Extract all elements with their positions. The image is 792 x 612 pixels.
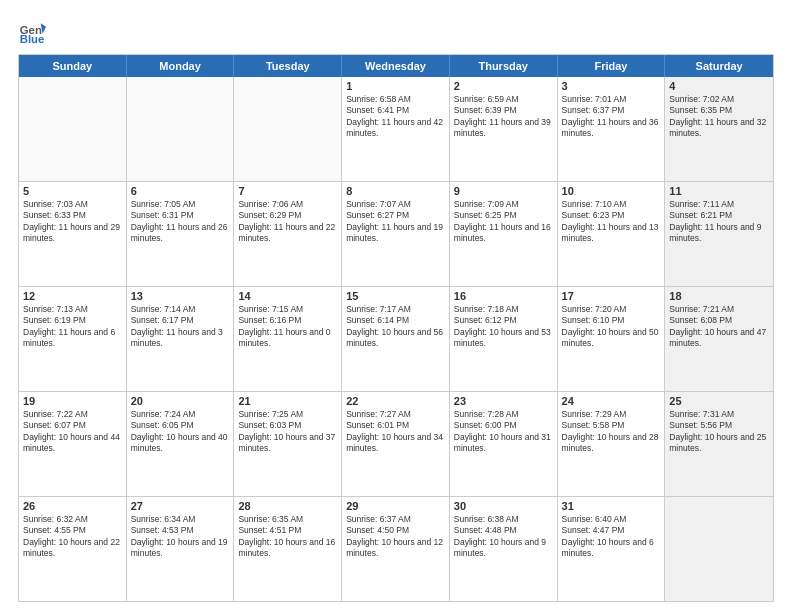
day-info: Sunrise: 6:59 AMSunset: 6:39 PMDaylight:… — [454, 94, 553, 140]
day-number: 21 — [238, 395, 337, 407]
day-cell: 9Sunrise: 7:09 AMSunset: 6:25 PMDaylight… — [450, 182, 558, 286]
day-header-tuesday: Tuesday — [234, 55, 342, 77]
day-headers: SundayMondayTuesdayWednesdayThursdayFrid… — [19, 55, 773, 77]
logo-icon: Gen Blue — [18, 18, 46, 46]
day-number: 17 — [562, 290, 661, 302]
day-cell: 5Sunrise: 7:03 AMSunset: 6:33 PMDaylight… — [19, 182, 127, 286]
day-number: 5 — [23, 185, 122, 197]
logo: Gen Blue — [18, 18, 50, 46]
day-header-monday: Monday — [127, 55, 235, 77]
day-number: 6 — [131, 185, 230, 197]
day-number: 18 — [669, 290, 769, 302]
day-info: Sunrise: 6:34 AMSunset: 4:53 PMDaylight:… — [131, 514, 230, 560]
day-cell: 20Sunrise: 7:24 AMSunset: 6:05 PMDayligh… — [127, 392, 235, 496]
day-number: 29 — [346, 500, 445, 512]
svg-text:Blue: Blue — [20, 33, 45, 45]
calendar: SundayMondayTuesdayWednesdayThursdayFrid… — [18, 54, 774, 602]
day-cell: 11Sunrise: 7:11 AMSunset: 6:21 PMDayligh… — [665, 182, 773, 286]
day-cell: 30Sunrise: 6:38 AMSunset: 4:48 PMDayligh… — [450, 497, 558, 601]
day-info: Sunrise: 6:35 AMSunset: 4:51 PMDaylight:… — [238, 514, 337, 560]
day-info: Sunrise: 7:28 AMSunset: 6:00 PMDaylight:… — [454, 409, 553, 455]
day-number: 27 — [131, 500, 230, 512]
week-row: 1Sunrise: 6:58 AMSunset: 6:41 PMDaylight… — [19, 77, 773, 182]
day-cell: 6Sunrise: 7:05 AMSunset: 6:31 PMDaylight… — [127, 182, 235, 286]
day-cell — [19, 77, 127, 181]
day-info: Sunrise: 7:07 AMSunset: 6:27 PMDaylight:… — [346, 199, 445, 245]
day-info: Sunrise: 7:06 AMSunset: 6:29 PMDaylight:… — [238, 199, 337, 245]
day-cell: 26Sunrise: 6:32 AMSunset: 4:55 PMDayligh… — [19, 497, 127, 601]
day-number: 7 — [238, 185, 337, 197]
day-number: 8 — [346, 185, 445, 197]
day-number: 13 — [131, 290, 230, 302]
day-number: 12 — [23, 290, 122, 302]
calendar-body: 1Sunrise: 6:58 AMSunset: 6:41 PMDaylight… — [19, 77, 773, 601]
day-info: Sunrise: 7:20 AMSunset: 6:10 PMDaylight:… — [562, 304, 661, 350]
day-info: Sunrise: 7:25 AMSunset: 6:03 PMDaylight:… — [238, 409, 337, 455]
day-cell: 18Sunrise: 7:21 AMSunset: 6:08 PMDayligh… — [665, 287, 773, 391]
day-cell: 7Sunrise: 7:06 AMSunset: 6:29 PMDaylight… — [234, 182, 342, 286]
day-cell: 3Sunrise: 7:01 AMSunset: 6:37 PMDaylight… — [558, 77, 666, 181]
day-number: 30 — [454, 500, 553, 512]
day-header-sunday: Sunday — [19, 55, 127, 77]
day-cell: 25Sunrise: 7:31 AMSunset: 5:56 PMDayligh… — [665, 392, 773, 496]
day-info: Sunrise: 7:14 AMSunset: 6:17 PMDaylight:… — [131, 304, 230, 350]
day-info: Sunrise: 7:13 AMSunset: 6:19 PMDaylight:… — [23, 304, 122, 350]
day-number: 4 — [669, 80, 769, 92]
day-cell: 21Sunrise: 7:25 AMSunset: 6:03 PMDayligh… — [234, 392, 342, 496]
day-number: 25 — [669, 395, 769, 407]
week-row: 19Sunrise: 7:22 AMSunset: 6:07 PMDayligh… — [19, 392, 773, 497]
day-info: Sunrise: 7:21 AMSunset: 6:08 PMDaylight:… — [669, 304, 769, 350]
day-info: Sunrise: 7:03 AMSunset: 6:33 PMDaylight:… — [23, 199, 122, 245]
day-info: Sunrise: 7:27 AMSunset: 6:01 PMDaylight:… — [346, 409, 445, 455]
day-number: 31 — [562, 500, 661, 512]
day-info: Sunrise: 6:58 AMSunset: 6:41 PMDaylight:… — [346, 94, 445, 140]
day-cell — [127, 77, 235, 181]
week-row: 5Sunrise: 7:03 AMSunset: 6:33 PMDaylight… — [19, 182, 773, 287]
day-cell — [234, 77, 342, 181]
day-number: 23 — [454, 395, 553, 407]
day-number: 1 — [346, 80, 445, 92]
day-cell: 15Sunrise: 7:17 AMSunset: 6:14 PMDayligh… — [342, 287, 450, 391]
day-header-wednesday: Wednesday — [342, 55, 450, 77]
day-info: Sunrise: 7:02 AMSunset: 6:35 PMDaylight:… — [669, 94, 769, 140]
day-cell: 28Sunrise: 6:35 AMSunset: 4:51 PMDayligh… — [234, 497, 342, 601]
day-header-thursday: Thursday — [450, 55, 558, 77]
day-cell: 10Sunrise: 7:10 AMSunset: 6:23 PMDayligh… — [558, 182, 666, 286]
day-info: Sunrise: 7:22 AMSunset: 6:07 PMDaylight:… — [23, 409, 122, 455]
day-number: 24 — [562, 395, 661, 407]
day-cell: 27Sunrise: 6:34 AMSunset: 4:53 PMDayligh… — [127, 497, 235, 601]
day-cell: 23Sunrise: 7:28 AMSunset: 6:00 PMDayligh… — [450, 392, 558, 496]
day-number: 2 — [454, 80, 553, 92]
day-info: Sunrise: 7:01 AMSunset: 6:37 PMDaylight:… — [562, 94, 661, 140]
day-cell: 14Sunrise: 7:15 AMSunset: 6:16 PMDayligh… — [234, 287, 342, 391]
day-info: Sunrise: 7:10 AMSunset: 6:23 PMDaylight:… — [562, 199, 661, 245]
day-info: Sunrise: 6:38 AMSunset: 4:48 PMDaylight:… — [454, 514, 553, 560]
day-header-saturday: Saturday — [665, 55, 773, 77]
day-number: 19 — [23, 395, 122, 407]
day-info: Sunrise: 7:09 AMSunset: 6:25 PMDaylight:… — [454, 199, 553, 245]
day-cell: 1Sunrise: 6:58 AMSunset: 6:41 PMDaylight… — [342, 77, 450, 181]
day-cell: 13Sunrise: 7:14 AMSunset: 6:17 PMDayligh… — [127, 287, 235, 391]
day-number: 10 — [562, 185, 661, 197]
day-header-friday: Friday — [558, 55, 666, 77]
day-number: 16 — [454, 290, 553, 302]
day-cell: 8Sunrise: 7:07 AMSunset: 6:27 PMDaylight… — [342, 182, 450, 286]
day-number: 28 — [238, 500, 337, 512]
week-row: 26Sunrise: 6:32 AMSunset: 4:55 PMDayligh… — [19, 497, 773, 601]
day-info: Sunrise: 7:15 AMSunset: 6:16 PMDaylight:… — [238, 304, 337, 350]
day-number: 14 — [238, 290, 337, 302]
day-cell: 24Sunrise: 7:29 AMSunset: 5:58 PMDayligh… — [558, 392, 666, 496]
day-info: Sunrise: 7:24 AMSunset: 6:05 PMDaylight:… — [131, 409, 230, 455]
day-number: 20 — [131, 395, 230, 407]
day-cell: 2Sunrise: 6:59 AMSunset: 6:39 PMDaylight… — [450, 77, 558, 181]
day-number: 3 — [562, 80, 661, 92]
day-number: 15 — [346, 290, 445, 302]
day-cell: 17Sunrise: 7:20 AMSunset: 6:10 PMDayligh… — [558, 287, 666, 391]
day-number: 22 — [346, 395, 445, 407]
day-cell: 12Sunrise: 7:13 AMSunset: 6:19 PMDayligh… — [19, 287, 127, 391]
day-info: Sunrise: 7:05 AMSunset: 6:31 PMDaylight:… — [131, 199, 230, 245]
day-info: Sunrise: 7:17 AMSunset: 6:14 PMDaylight:… — [346, 304, 445, 350]
day-cell: 4Sunrise: 7:02 AMSunset: 6:35 PMDaylight… — [665, 77, 773, 181]
day-info: Sunrise: 7:11 AMSunset: 6:21 PMDaylight:… — [669, 199, 769, 245]
day-info: Sunrise: 6:32 AMSunset: 4:55 PMDaylight:… — [23, 514, 122, 560]
